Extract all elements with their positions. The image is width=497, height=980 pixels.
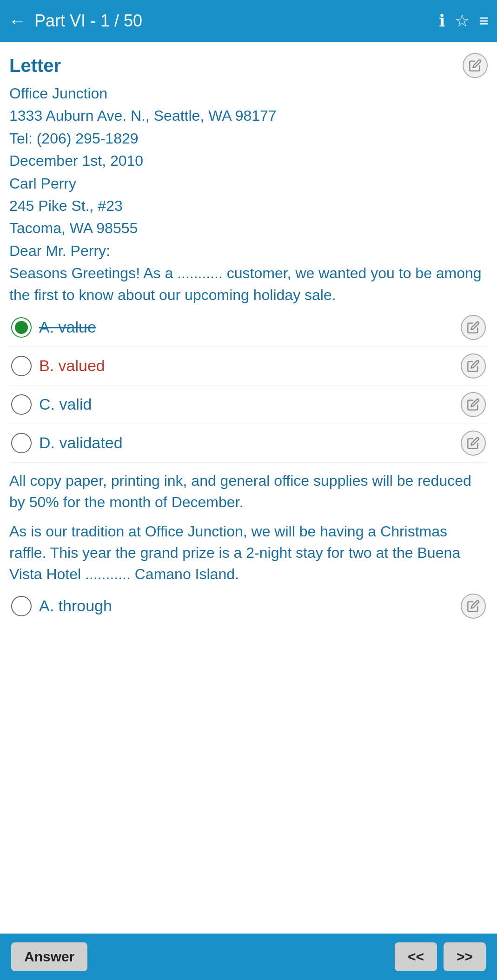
letter-line8: Dear Mr. Perry: — [9, 240, 488, 261]
letter-line2: 1333 Auburn Ave. N., Seattle, WA 98177 — [9, 105, 488, 126]
option-edit-A[interactable] — [461, 315, 486, 340]
option-row-D: D. validated — [9, 424, 488, 463]
radio-B[interactable] — [11, 356, 32, 376]
letter-body: Office Junction 1333 Auburn Ave. N., Sea… — [9, 83, 488, 306]
letter-line1: Office Junction — [9, 83, 488, 104]
option-edit-B[interactable] — [461, 353, 486, 379]
info-icon[interactable]: ℹ — [439, 11, 445, 31]
section-edit-button[interactable] — [463, 53, 488, 78]
radio-C[interactable] — [11, 394, 32, 415]
option-label-B: B. valued — [39, 357, 105, 375]
next-button[interactable]: >> — [444, 942, 486, 971]
letter-line9: Seasons Greetings! As a ........... cust… — [9, 262, 488, 306]
option-label-D: D. validated — [39, 434, 123, 452]
main-content: Letter Office Junction 1333 Auburn Ave. … — [0, 42, 497, 681]
paragraph-2: All copy paper, printing ink, and genera… — [9, 470, 488, 513]
option-edit-D[interactable] — [461, 431, 486, 456]
answer-button[interactable]: Answer — [11, 942, 87, 971]
section-title: Letter — [9, 55, 61, 76]
option-edit-C[interactable] — [461, 392, 486, 417]
top-navigation-bar: ← Part VI - 1 / 50 ℹ ☆ ≡ — [0, 0, 497, 42]
top-bar-left: ← Part VI - 1 / 50 — [8, 11, 142, 32]
letter-line4: December 1st, 2010 — [9, 150, 488, 171]
option-row-B: B. valued — [9, 347, 488, 385]
letter-line7: Tacoma, WA 98555 — [9, 217, 488, 239]
top-bar-icons: ℹ ☆ ≡ — [439, 11, 489, 31]
back-button[interactable]: ← — [8, 11, 27, 32]
section-header: Letter — [9, 53, 488, 78]
menu-icon[interactable]: ≡ — [479, 11, 489, 31]
letter-line5: Carl Perry — [9, 173, 488, 194]
radio-A[interactable] — [11, 317, 32, 338]
paragraph-3: As is our tradition at Office Junction, … — [9, 521, 488, 585]
option-row-C: C. valid — [9, 385, 488, 424]
part-title: Part VI - 1 / 50 — [34, 11, 142, 31]
radio-partial[interactable] — [11, 596, 32, 616]
option-row-A: A. value — [9, 308, 488, 347]
star-icon[interactable]: ☆ — [455, 11, 470, 31]
options-q1: A. value B. valued C. valid D. validated — [9, 308, 488, 463]
radio-D[interactable] — [11, 433, 32, 453]
option-label-A: A. value — [39, 318, 96, 336]
option-partial-label: A. through — [39, 597, 112, 615]
letter-line3: Tel: (206) 295-1829 — [9, 128, 488, 149]
nav-buttons: << >> — [395, 942, 486, 971]
prev-button[interactable]: << — [395, 942, 437, 971]
option-partial-row: A. through — [9, 587, 488, 625]
letter-line6: 245 Pike St., #23 — [9, 195, 488, 216]
bottom-bar: Answer << >> — [0, 934, 497, 980]
option-label-C: C. valid — [39, 395, 92, 413]
option-partial-edit-button[interactable] — [461, 594, 486, 619]
